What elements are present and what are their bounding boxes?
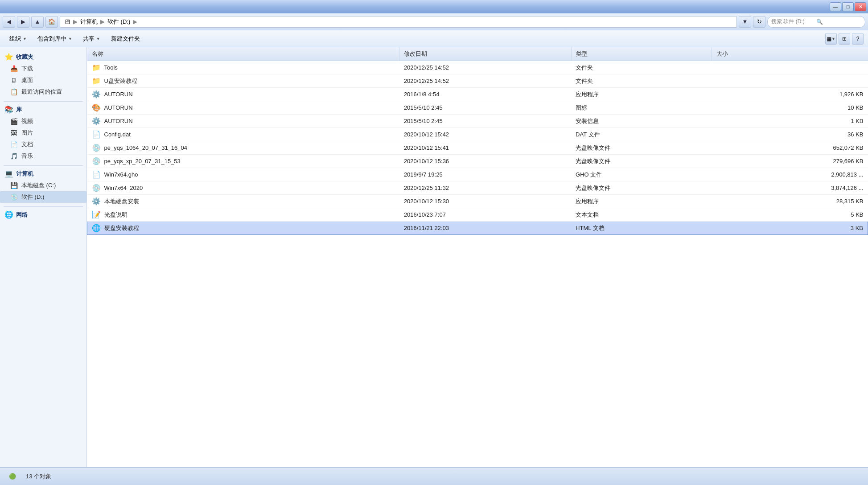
sidebar-item-music[interactable]: 🎵 音乐 [0, 150, 86, 162]
recent-label: 最近访问的位置 [21, 88, 62, 96]
file-name-cell: 📝光盘说明 [87, 208, 399, 222]
localD-label: 软件 (D:) [21, 193, 44, 201]
file-modified: 2020/10/12 15:30 [399, 195, 571, 208]
sidebar-item-desktop[interactable]: 🖥 桌面 [0, 74, 86, 86]
column-header-size[interactable]: 大小 [712, 47, 868, 61]
file-name: pe_yqs_xp_20_07_31_15_53 [104, 158, 181, 164]
sidebar-header-network[interactable]: 🌐 网络 [0, 209, 86, 221]
minimize-button[interactable]: — [830, 2, 841, 11]
file-name: Tools [104, 64, 118, 71]
column-header-type[interactable]: 类型 [571, 47, 712, 61]
table-row[interactable]: 💿pe_yqs_xp_20_07_31_15_532020/10/12 15:3… [87, 155, 868, 168]
refresh-button[interactable]: ↻ [753, 16, 765, 28]
add-to-library-button[interactable]: 包含到库中 ▼ [33, 33, 77, 45]
file-name: AUTORUN [104, 104, 133, 111]
sidebar-item-localC[interactable]: 💾 本地磁盘 (C:) [0, 180, 86, 191]
sidebar-item-download[interactable]: 📥 下载 [0, 63, 86, 74]
document-label: 文档 [21, 140, 33, 148]
table-row[interactable]: 🌐硬盘安装教程2016/11/21 22:03HTML 文档3 KB [87, 222, 868, 235]
file-name-cell: 📄Win7x64.gho [87, 168, 399, 181]
table-row[interactable]: 📁Tools2020/12/25 14:52文件夹 [87, 61, 868, 74]
file-icon: 📁 [92, 63, 101, 72]
file-type: 应用程序 [571, 195, 712, 208]
help-button[interactable]: ? [852, 33, 864, 45]
music-label: 音乐 [21, 152, 33, 160]
table-row[interactable]: 📝光盘说明2016/10/23 7:07文本文档5 KB [87, 208, 868, 222]
sidebar-header-library[interactable]: 📚 库 [0, 103, 86, 115]
column-header-name[interactable]: 名称 [87, 47, 399, 61]
file-icon: 💿 [92, 184, 101, 192]
sidebar-header-computer[interactable]: 💻 计算机 [0, 168, 86, 180]
sidebar-item-video[interactable]: 🎬 视频 [0, 115, 86, 127]
home-button[interactable]: 🏠 [45, 16, 58, 28]
file-modified: 2020/12/25 14:52 [399, 61, 571, 74]
table-row[interactable]: 📄Config.dat2020/10/12 15:42DAT 文件36 KB [87, 128, 868, 141]
address-bar: ◀ ▶ ▲ 🏠 🖥 ▶ 计算机 ▶ 软件 (D:) ▶ ▼ ↻ 搜索 软件 (D… [0, 13, 868, 30]
view-button[interactable]: ▦ ▼ [825, 33, 837, 45]
path-drive[interactable]: 软件 (D:) [107, 18, 130, 26]
sidebar-item-localD[interactable]: 💿 软件 (D:) [0, 191, 86, 203]
sidebar-item-recent[interactable]: 📋 最近访问的位置 [0, 86, 86, 98]
close-button[interactable]: ✕ [855, 2, 866, 11]
video-label: 视频 [21, 117, 33, 125]
forward-button[interactable]: ▶ [17, 16, 29, 28]
search-box[interactable]: 搜索 软件 (D:) 🔍 [767, 16, 865, 28]
file-name: Win7x64_2020 [104, 185, 143, 191]
table-row[interactable]: ⚙️AUTORUN2016/1/8 4:54应用程序1,926 KB [87, 88, 868, 101]
file-type: 光盘映像文件 [571, 155, 712, 168]
share-button[interactable]: 共享 ▼ [78, 33, 105, 45]
table-row[interactable]: ⚙️本地硬盘安装2020/10/12 15:30应用程序28,315 KB [87, 195, 868, 208]
file-icon: 📄 [92, 170, 101, 179]
window-controls: — □ ✕ [830, 2, 866, 11]
back-button[interactable]: ◀ [3, 16, 15, 28]
file-name-cell: ⚙️AUTORUN [87, 115, 399, 128]
localD-icon: 💿 [10, 193, 18, 201]
file-icon: ⚙️ [92, 90, 101, 99]
sidebar-item-picture[interactable]: 🖼 图片 [0, 127, 86, 139]
table-header-row: 名称 修改日期 类型 大小 [87, 47, 868, 61]
new-folder-label: 新建文件夹 [111, 35, 140, 43]
sidebar-section-network: 🌐 网络 [0, 209, 86, 221]
file-name: U盘安装教程 [104, 77, 137, 85]
up-button[interactable]: ▲ [31, 16, 44, 28]
share-label: 共享 [83, 35, 95, 43]
toolbar: 组织 ▼ 包含到库中 ▼ 共享 ▼ 新建文件夹 ▦ ▼ ⊞ ? [0, 30, 868, 47]
network-icon: 🌐 [4, 210, 13, 219]
table-row[interactable]: 💿Win7x64_20202020/12/25 11:32光盘映像文件3,874… [87, 181, 868, 195]
table-row[interactable]: 💿pe_yqs_1064_20_07_31_16_042020/10/12 15… [87, 141, 868, 155]
file-name-cell: 📄Config.dat [87, 128, 399, 141]
sidebar-item-document[interactable]: 📄 文档 [0, 139, 86, 150]
table-row[interactable]: ⚙️AUTORUN2015/5/10 2:45安装信息1 KB [87, 115, 868, 128]
file-icon: 📁 [92, 77, 101, 85]
localC-icon: 💾 [10, 182, 18, 189]
download-icon: 📥 [10, 65, 18, 72]
column-header-modified[interactable]: 修改日期 [399, 47, 571, 61]
file-name: 光盘说明 [104, 211, 128, 219]
new-folder-button[interactable]: 新建文件夹 [106, 33, 145, 45]
file-type: DAT 文件 [571, 128, 712, 141]
dropdown-button[interactable]: ▼ [739, 16, 751, 28]
file-name: AUTORUN [104, 118, 133, 124]
address-path[interactable]: 🖥 ▶ 计算机 ▶ 软件 (D:) ▶ [60, 16, 737, 28]
organize-button[interactable]: 组织 ▼ [4, 33, 32, 45]
file-name-cell: ⚙️AUTORUN [87, 88, 399, 101]
file-icon: ⚙️ [92, 117, 101, 125]
table-row[interactable]: 📄Win7x64.gho2019/9/7 19:25GHO 文件2,900,81… [87, 168, 868, 181]
table-row[interactable]: 📁U盘安装教程2020/12/25 14:52文件夹 [87, 74, 868, 88]
path-separator-2: ▶ [100, 18, 105, 25]
file-name-cell: 🎨AUTORUN [87, 101, 399, 115]
computer-icon: 💻 [4, 169, 13, 178]
file-modified: 2016/10/23 7:07 [399, 208, 571, 222]
path-computer[interactable]: 计算机 [80, 18, 98, 26]
table-row[interactable]: 🎨AUTORUN2015/5/10 2:45图标10 KB [87, 101, 868, 115]
file-size: 279,696 KB [712, 155, 868, 168]
sidebar-header-favorites[interactable]: ⭐ 收藏夹 [0, 51, 86, 63]
preview-button[interactable]: ⊞ [839, 33, 850, 45]
maximize-button[interactable]: □ [842, 2, 854, 11]
path-separator-1: ▶ [73, 18, 78, 25]
download-label: 下载 [21, 65, 33, 73]
file-type: 文件夹 [571, 61, 712, 74]
file-size [712, 61, 868, 74]
favorites-label: 收藏夹 [16, 53, 33, 61]
path-home-icon: 🖥 [64, 18, 70, 25]
